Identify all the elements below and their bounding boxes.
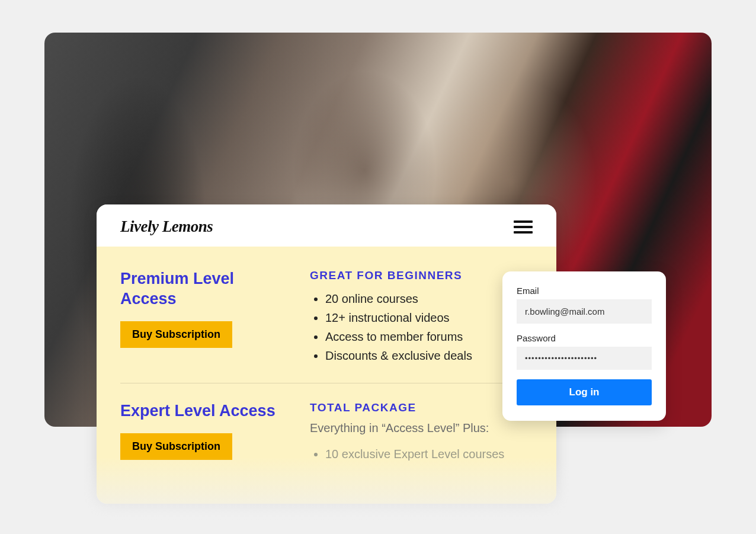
buy-subscription-button-expert[interactable]: Buy Subscription	[120, 433, 232, 460]
email-field[interactable]	[517, 299, 652, 324]
list-item: 20 online courses	[325, 289, 533, 308]
site-body: Premium Level Access Buy Subscription GR…	[97, 247, 556, 504]
email-label: Email	[517, 286, 652, 296]
tier-title-premium: Premium Level Access	[120, 269, 286, 309]
tier-title-expert: Expert Level Access	[120, 401, 286, 421]
tier-expert: Expert Level Access Buy Subscription TOT…	[120, 383, 533, 481]
feature-list-premium: 20 online courses 12+ instructional vide…	[310, 289, 533, 365]
tier-subtitle-expert: Everything in “Access Level” Plus:	[310, 421, 533, 435]
list-item: 12+ instructional videos	[325, 308, 533, 327]
site-card: Lively Lemons Premium Level Access Buy S…	[97, 204, 556, 504]
hamburger-menu-icon[interactable]	[514, 220, 533, 234]
password-field[interactable]	[517, 347, 652, 370]
tier-tagline-expert: TOTAL PACKAGE	[310, 401, 533, 414]
brand-logo: Lively Lemons	[120, 218, 213, 236]
list-item: Discounts & exclusive deals	[325, 346, 533, 365]
tier-premium: Premium Level Access Buy Subscription GR…	[120, 269, 533, 383]
site-header: Lively Lemons	[97, 204, 556, 247]
list-item: 10 exclusive Expert Level courses	[325, 445, 533, 463]
buy-subscription-button-premium[interactable]: Buy Subscription	[120, 321, 232, 348]
login-button[interactable]: Log in	[517, 379, 652, 405]
tier-tagline-premium: GREAT FOR BEGINNERS	[310, 269, 533, 282]
login-panel: Email Password Log in	[502, 271, 666, 421]
list-item: Access to member forums	[325, 327, 533, 346]
feature-list-expert: 10 exclusive Expert Level courses	[310, 445, 533, 463]
password-label: Password	[517, 333, 652, 343]
